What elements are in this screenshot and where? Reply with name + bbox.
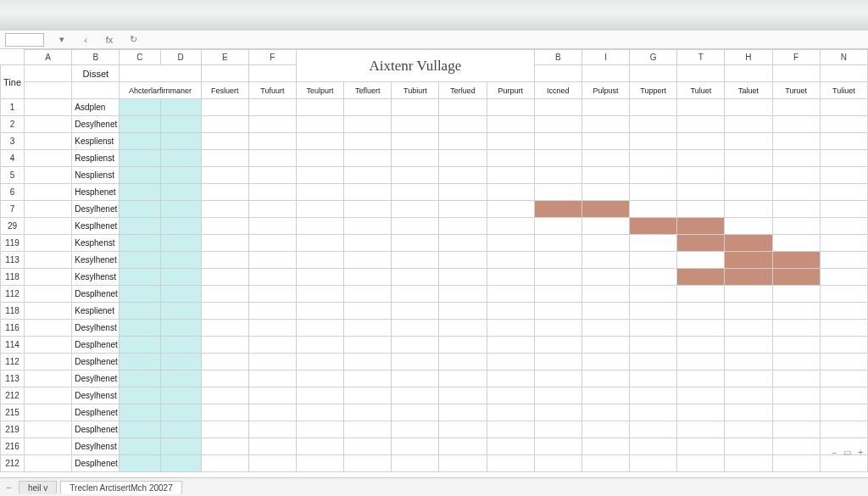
cell[interactable] <box>581 252 629 269</box>
cell[interactable] <box>160 455 201 472</box>
col-header[interactable]: T <box>677 50 725 65</box>
cell[interactable] <box>581 337 629 354</box>
cell[interactable] <box>296 438 343 455</box>
cell[interactable] <box>248 65 296 82</box>
cell[interactable] <box>630 218 677 235</box>
cell[interactable] <box>344 303 392 320</box>
cell[interactable] <box>677 167 725 184</box>
cell[interactable] <box>772 404 820 421</box>
cell[interactable] <box>630 133 677 150</box>
cell[interactable] <box>820 269 867 286</box>
cell[interactable] <box>201 201 248 218</box>
cell[interactable] <box>201 184 248 201</box>
cell[interactable] <box>248 252 296 269</box>
fx-icon[interactable]: fx <box>103 35 115 45</box>
col-header[interactable]: A <box>25 50 72 65</box>
cell[interactable] <box>677 235 725 252</box>
cell[interactable] <box>296 320 343 337</box>
cell[interactable] <box>248 235 296 252</box>
cell[interactable] <box>820 337 867 354</box>
cell[interactable] <box>25 320 72 337</box>
col-header[interactable]: N <box>820 50 867 65</box>
cell[interactable] <box>677 269 725 286</box>
cell[interactable] <box>487 201 534 218</box>
row-number[interactable]: 212 <box>1 455 25 472</box>
cell[interactable] <box>392 404 439 421</box>
cell[interactable] <box>487 252 534 269</box>
cell[interactable] <box>630 150 677 167</box>
cell[interactable] <box>248 269 296 286</box>
cell[interactable] <box>120 150 160 167</box>
cell[interactable] <box>534 320 581 337</box>
cell[interactable] <box>581 150 629 167</box>
cell[interactable] <box>344 116 392 133</box>
cell[interactable] <box>487 455 534 472</box>
cell[interactable] <box>160 218 201 235</box>
cell[interactable] <box>25 438 72 455</box>
col-header[interactable]: B <box>72 50 120 65</box>
cell[interactable] <box>630 116 677 133</box>
cell[interactable] <box>534 235 581 252</box>
cell[interactable] <box>487 150 534 167</box>
cell[interactable] <box>392 337 439 354</box>
row-number[interactable]: 113 <box>1 371 25 387</box>
row-label[interactable]: Nesplienst <box>72 167 120 184</box>
cell[interactable] <box>630 167 677 184</box>
cell[interactable] <box>487 438 534 455</box>
row-number[interactable]: 114 <box>1 337 25 354</box>
cell[interactable] <box>25 371 72 387</box>
cell[interactable] <box>296 303 343 320</box>
cell[interactable] <box>201 150 248 167</box>
cell[interactable] <box>344 150 392 167</box>
cell[interactable] <box>772 455 820 472</box>
row-label[interactable]: Desylhenet <box>72 201 120 218</box>
cell[interactable] <box>677 99 725 116</box>
cell[interactable] <box>439 455 487 472</box>
cell[interactable] <box>248 167 296 184</box>
cell[interactable] <box>677 320 725 337</box>
cell[interactable] <box>160 269 201 286</box>
cell[interactable] <box>344 201 392 218</box>
cell[interactable] <box>725 371 772 387</box>
cell[interactable] <box>725 286 772 303</box>
cell[interactable] <box>120 421 160 438</box>
cell[interactable] <box>725 65 772 82</box>
cell[interactable] <box>820 371 867 387</box>
cell[interactable] <box>296 387 343 404</box>
cell[interactable] <box>344 252 392 269</box>
cell[interactable] <box>344 218 392 235</box>
cell[interactable] <box>344 99 392 116</box>
cell[interactable] <box>296 455 343 472</box>
cell[interactable] <box>487 286 534 303</box>
cell[interactable] <box>201 404 248 421</box>
row-label[interactable]: Kesplienet <box>72 303 120 320</box>
cell[interactable] <box>630 286 677 303</box>
cell[interactable] <box>296 286 343 303</box>
cell[interactable] <box>248 337 296 354</box>
col-header[interactable]: G <box>630 50 677 65</box>
cell[interactable] <box>120 116 160 133</box>
row-number[interactable]: 6 <box>1 184 25 201</box>
cell[interactable] <box>487 354 534 371</box>
cell[interactable] <box>772 235 820 252</box>
subhdr[interactable]: Tuppert <box>630 82 677 99</box>
cell[interactable] <box>344 320 392 337</box>
cell[interactable] <box>439 404 487 421</box>
cell[interactable] <box>581 404 629 421</box>
zoom-controls[interactable]: – ▭ + <box>832 448 863 457</box>
sheet-tab[interactable]: heil v <box>19 481 57 494</box>
row-number[interactable]: 112 <box>1 354 25 371</box>
cell[interactable] <box>201 252 248 269</box>
row-number[interactable]: 3 <box>1 133 25 150</box>
cell[interactable] <box>120 201 160 218</box>
cell[interactable] <box>439 184 487 201</box>
cell[interactable] <box>581 167 629 184</box>
cell[interactable] <box>820 235 867 252</box>
cell[interactable] <box>772 303 820 320</box>
cell[interactable] <box>677 455 725 472</box>
row-number[interactable]: 4 <box>1 150 25 167</box>
cell[interactable] <box>534 455 581 472</box>
cell[interactable] <box>120 269 160 286</box>
cell[interactable] <box>248 116 296 133</box>
cell[interactable] <box>392 150 439 167</box>
